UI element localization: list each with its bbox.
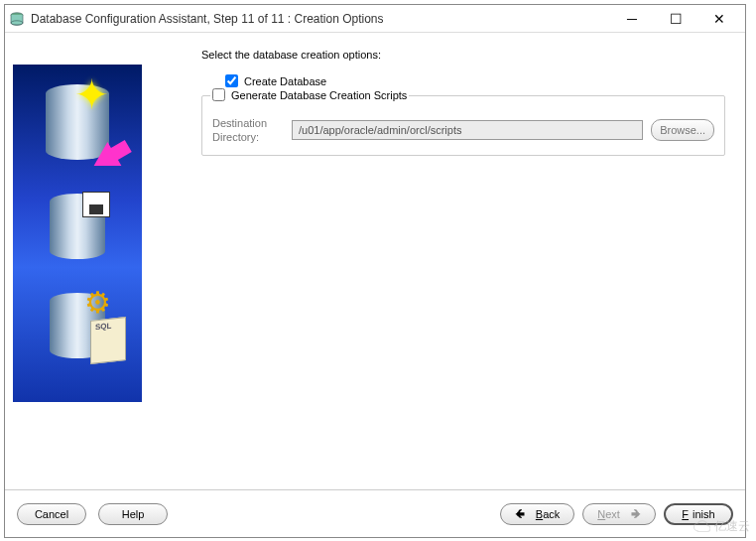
create-database-option: Create Database (201, 74, 725, 87)
browse-button: Browse... (651, 119, 714, 141)
dialog-window: Database Configuration Assistant, Step 1… (4, 4, 746, 538)
sql-scroll-icon (90, 317, 126, 364)
content-area: ✦ ⚙ Select the database creation options… (5, 33, 745, 487)
instruction-text: Select the database creation options: (201, 49, 725, 61)
next-button: Next 🡺 (582, 503, 656, 525)
window-controls: ─ ☐ ✕ (610, 6, 741, 32)
floppy-icon (82, 192, 110, 217)
generate-scripts-label: Generate Database Creation Scripts (231, 89, 407, 101)
back-arrow-icon: 🡸 (515, 508, 525, 519)
cancel-button[interactable]: Cancel (17, 503, 86, 525)
titlebar: Database Configuration Assistant, Step 1… (5, 5, 745, 33)
app-icon (9, 11, 25, 27)
generate-scripts-checkbox[interactable] (212, 88, 225, 101)
watermark: 亿速云 (693, 518, 750, 535)
star-icon: ✦ (74, 70, 109, 119)
window-title: Database Configuration Assistant, Step 1… (31, 12, 610, 26)
main-panel: Select the database creation options: Cr… (142, 41, 737, 487)
generate-scripts-fieldset: Generate Database Creation Scripts Desti… (201, 95, 725, 156)
help-button[interactable]: Help (98, 503, 168, 525)
gear-icon: ⚙ (84, 285, 111, 320)
create-database-label: Create Database (244, 75, 326, 87)
wizard-sidebar-image: ✦ ⚙ (13, 65, 142, 402)
maximize-button[interactable]: ☐ (654, 6, 697, 32)
destination-directory-label: Destination Directory: (212, 116, 284, 145)
create-database-checkbox[interactable] (225, 74, 238, 87)
minimize-button[interactable]: ─ (610, 6, 654, 32)
close-button[interactable]: ✕ (697, 6, 741, 32)
button-bar: Cancel Help 🡸 Back Next 🡺 Finish (5, 489, 745, 537)
destination-directory-input (292, 120, 643, 140)
back-button[interactable]: 🡸 Back (500, 503, 575, 525)
next-arrow-icon: 🡺 (631, 508, 641, 519)
